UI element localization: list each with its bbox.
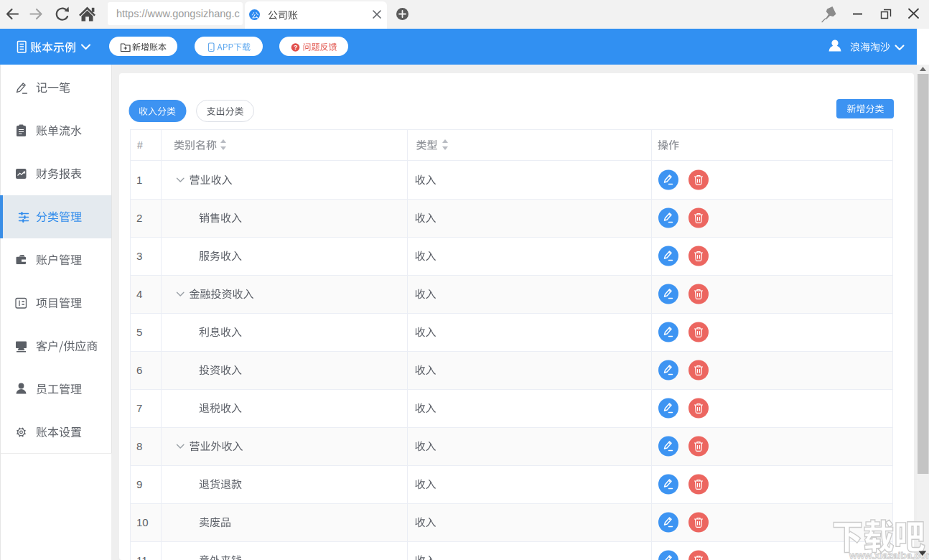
svg-text:7: 7 <box>136 402 142 414</box>
svg-text:www.xiazaiba.com: www.xiazaiba.com <box>849 550 929 560</box>
svg-text:4: 4 <box>136 288 142 300</box>
svg-text:3: 3 <box>136 250 142 262</box>
svg-text:10: 10 <box>136 516 149 528</box>
svg-text:https://www.gongsizhang.c: https://www.gongsizhang.c <box>116 8 240 19</box>
svg-text:6: 6 <box>136 364 142 376</box>
svg-text:1: 1 <box>136 174 142 186</box>
svg-text:9: 9 <box>136 478 142 490</box>
svg-text:8: 8 <box>136 440 142 452</box>
svg-text:#: # <box>137 139 143 151</box>
svg-text:5: 5 <box>136 326 142 338</box>
svg-text:2: 2 <box>136 212 142 224</box>
svg-text:11: 11 <box>136 554 148 560</box>
svg-text:?: ? <box>294 44 298 51</box>
